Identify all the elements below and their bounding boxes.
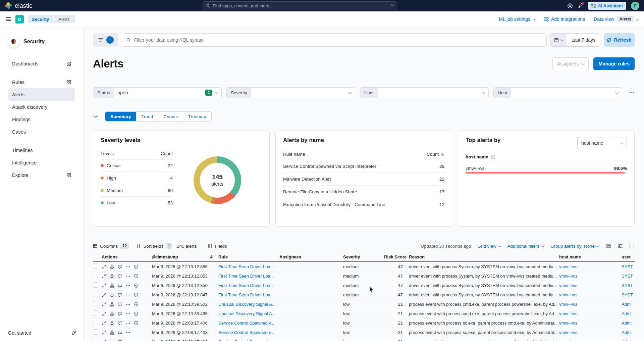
analyzer-icon[interactable] bbox=[110, 283, 114, 288]
manage-rules-button[interactable]: Manage rules bbox=[593, 57, 635, 70]
user-link[interactable]: SYST bbox=[622, 292, 642, 297]
sidebar-item-timelines[interactable]: Timelines bbox=[8, 144, 75, 156]
sidebar-item-alerts[interactable]: Alerts bbox=[8, 88, 75, 101]
expand-alert-icon[interactable] bbox=[102, 311, 106, 316]
fields-button[interactable]: Fields bbox=[208, 244, 227, 249]
select-all-checkbox[interactable] bbox=[93, 254, 98, 259]
more-actions-icon[interactable] bbox=[126, 283, 130, 288]
collapse-section-icon[interactable] bbox=[93, 114, 98, 119]
more-actions-icon[interactable] bbox=[126, 330, 130, 335]
rule-link[interactable]: Service Control Spawned v... bbox=[218, 321, 279, 326]
user-link[interactable]: Admi bbox=[622, 302, 642, 307]
rule-link[interactable]: Service Control Spawned v... bbox=[218, 330, 279, 335]
sidebar-item-attack-discovery[interactable]: Attack discovery bbox=[8, 101, 75, 113]
expand-alert-icon[interactable] bbox=[102, 274, 106, 279]
session-view-icon[interactable] bbox=[118, 330, 122, 335]
alerts-by-name-row[interactable]: Execution from Unusual Directory - Comma… bbox=[283, 198, 444, 211]
status-filter[interactable]: Status open 1 bbox=[93, 87, 222, 98]
info-icon[interactable] bbox=[491, 155, 495, 159]
col-rule[interactable]: Rule bbox=[218, 254, 279, 259]
more-actions-icon[interactable] bbox=[126, 293, 130, 297]
user-link[interactable]: Admi bbox=[622, 311, 642, 316]
host-link[interactable]: vmw-l-ws bbox=[559, 283, 622, 288]
analyzer-icon[interactable] bbox=[110, 302, 114, 307]
endpoint-shield-icon[interactable] bbox=[134, 283, 139, 288]
tab-treemap[interactable]: Treemap bbox=[183, 112, 211, 121]
col-host-name[interactable]: host.name bbox=[559, 254, 622, 259]
host-link[interactable]: vmw-l-ws bbox=[559, 302, 622, 307]
endpoint-shield-icon[interactable] bbox=[134, 264, 139, 269]
date-picker-button[interactable] bbox=[550, 34, 567, 46]
severity-row-medium[interactable]: Medium 66 bbox=[101, 184, 173, 197]
user-avatar[interactable]: E bbox=[631, 2, 639, 10]
analyzer-icon[interactable] bbox=[110, 330, 114, 335]
kql-search-bar[interactable] bbox=[122, 33, 547, 47]
grid-view-dropdown[interactable]: Grid view bbox=[477, 244, 501, 249]
expand-alert-icon[interactable] bbox=[102, 302, 106, 307]
analyzer-icon[interactable] bbox=[110, 293, 114, 297]
help-icon[interactable] bbox=[567, 3, 573, 9]
col-reason[interactable]: Reason bbox=[409, 254, 559, 259]
rule-link[interactable]: First Time Seen Driver Loa... bbox=[218, 283, 279, 288]
severity-row-high[interactable]: High 4 bbox=[101, 172, 173, 184]
session-view-icon[interactable] bbox=[118, 321, 122, 326]
elastic-logo[interactable]: elastic bbox=[5, 2, 32, 9]
refresh-button[interactable]: Refresh bbox=[604, 33, 635, 47]
assignees-button[interactable]: Assignees bbox=[552, 57, 589, 70]
row-checkbox[interactable] bbox=[93, 282, 98, 288]
user-filter[interactable]: User bbox=[360, 87, 489, 98]
top-alert-bar-row[interactable]: vmw-l-ws 98.6% bbox=[466, 166, 627, 174]
alerts-by-name-row[interactable]: Remote File Copy to a Hidden Share 17 bbox=[283, 186, 444, 198]
top-alerts-field-select[interactable]: host.name bbox=[577, 137, 627, 149]
sidebar-item-rules[interactable]: Rules bbox=[8, 76, 75, 88]
fullscreen-icon[interactable] bbox=[629, 243, 635, 249]
additional-filters-dropdown[interactable]: Additional filters bbox=[507, 244, 544, 249]
get-started-link[interactable]: Get started bbox=[8, 330, 76, 336]
alerts-by-name-row[interactable]: Malware Detection Alert 22 bbox=[283, 173, 444, 186]
col-timestamp[interactable]: @timestamp bbox=[152, 254, 218, 259]
col-assignees[interactable]: Assignees bbox=[279, 254, 343, 259]
more-filters-icon[interactable] bbox=[629, 90, 634, 95]
global-search-input[interactable] bbox=[213, 3, 388, 8]
col-user[interactable]: user. bbox=[622, 254, 642, 259]
rule-link[interactable]: First Time Seen Driver Loa... bbox=[218, 292, 279, 297]
analyzer-icon[interactable] bbox=[110, 340, 114, 341]
endpoint-shield-icon[interactable] bbox=[134, 311, 139, 316]
expand-alert-icon[interactable] bbox=[102, 340, 106, 341]
col-risk-score[interactable]: Risk Score bbox=[384, 254, 409, 259]
more-actions-icon[interactable] bbox=[126, 274, 130, 279]
time-range-value[interactable]: Last 7 days bbox=[567, 34, 600, 46]
tab-summary[interactable]: Summary bbox=[105, 112, 137, 121]
sidebar-item-explore[interactable]: Explore bbox=[8, 169, 75, 181]
expand-alert-icon[interactable] bbox=[102, 321, 106, 326]
tab-counts[interactable]: Counts bbox=[158, 112, 183, 121]
add-integrations-link[interactable]: Add integrations bbox=[544, 16, 585, 22]
host-link[interactable]: vmw-l-ws bbox=[559, 321, 622, 326]
more-actions-icon[interactable] bbox=[126, 311, 130, 316]
host-link[interactable]: vmw-l-ws bbox=[559, 330, 622, 335]
ai-assistant-button[interactable]: AI Assistant bbox=[588, 2, 626, 10]
user-link[interactable]: Admi bbox=[622, 321, 642, 326]
session-view-icon[interactable] bbox=[118, 274, 122, 279]
severity-filter[interactable]: Severity bbox=[226, 87, 355, 98]
ml-job-settings-link[interactable]: ML job settings bbox=[499, 16, 535, 22]
row-checkbox[interactable] bbox=[93, 273, 98, 278]
session-view-icon[interactable] bbox=[118, 283, 122, 288]
host-link[interactable]: vmw-l-ws bbox=[559, 311, 622, 316]
host-filter[interactable]: Host bbox=[493, 87, 622, 98]
severity-row-low[interactable]: Low 53 bbox=[101, 197, 173, 209]
add-filter-button[interactable] bbox=[106, 36, 114, 44]
expand-alert-icon[interactable] bbox=[102, 283, 106, 288]
deployment-badge[interactable]: D bbox=[15, 15, 24, 23]
host-link[interactable]: vmw-l-ws bbox=[559, 339, 622, 341]
endpoint-shield-icon[interactable] bbox=[134, 302, 139, 307]
more-actions-icon[interactable] bbox=[126, 340, 130, 341]
row-checkbox[interactable] bbox=[93, 263, 98, 269]
endpoint-shield-icon[interactable] bbox=[134, 293, 139, 297]
menu-icon[interactable] bbox=[5, 16, 11, 22]
session-view-icon[interactable] bbox=[118, 293, 122, 297]
rule-link[interactable]: Service Control Spawned v... bbox=[218, 339, 279, 341]
col-severity[interactable]: Severity bbox=[343, 254, 384, 259]
keyboard-shortcuts-icon[interactable] bbox=[606, 243, 611, 249]
breadcrumb-security[interactable]: Security bbox=[28, 15, 54, 23]
